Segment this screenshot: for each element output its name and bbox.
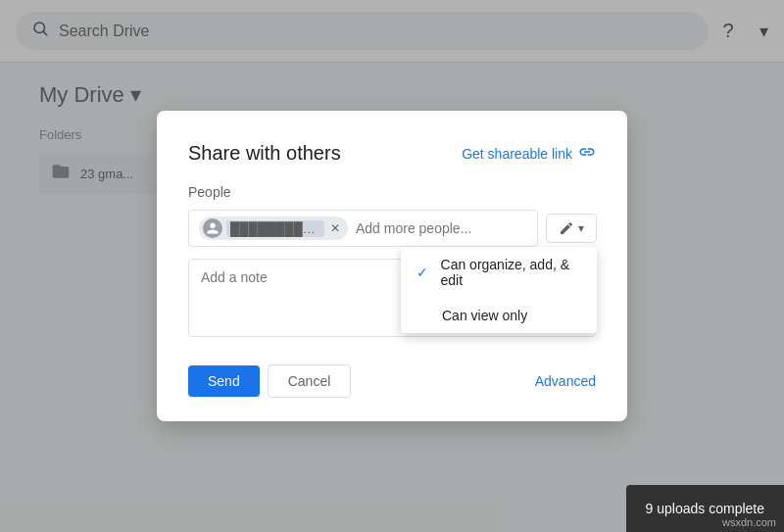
shareable-link-label: Get shareable link (462, 146, 572, 162)
overlay: Share with others Get shareable link Peo… (0, 0, 784, 532)
avatar (203, 218, 222, 238)
edit-permission-container: ▾ ✓ Can organize, add, & edit Can view o… (546, 214, 597, 243)
dropdown-item-organize-label: Can organize, add, & edit (441, 257, 581, 288)
check-icon: ✓ (416, 265, 431, 280)
people-input-wrap: ██████████ ✕ (188, 210, 538, 247)
share-dialog: Share with others Get shareable link Peo… (157, 111, 627, 421)
get-shareable-link-button[interactable]: Get shareable link (462, 143, 596, 165)
edit-icon-chevron: ▾ (578, 221, 584, 235)
chip-close-button[interactable]: ✕ (330, 221, 340, 235)
chip-name: ██████████ (226, 220, 324, 237)
dialog-title: Share with others (188, 142, 341, 165)
watermark: wsxdn.com (722, 516, 776, 528)
people-input-row: ██████████ ✕ ▾ ✓ Can organize, add, & ed… (188, 210, 596, 247)
dropdown-item-view-label: Can view only (442, 308, 527, 323)
upload-toast-message: 9 uploads complete (646, 501, 764, 516)
advanced-button[interactable]: Advanced (535, 373, 596, 389)
people-label: People (188, 184, 596, 200)
cancel-button[interactable]: Cancel (268, 364, 352, 398)
dialog-footer: Send Cancel Advanced (188, 364, 596, 398)
add-people-input[interactable] (356, 220, 527, 236)
link-icon (578, 143, 596, 165)
dropdown-item-organize[interactable]: ✓ Can organize, add, & edit (401, 247, 597, 298)
dropdown-item-view[interactable]: Can view only (401, 298, 597, 333)
edit-permission-button[interactable]: ▾ (546, 214, 597, 243)
send-button[interactable]: Send (188, 365, 260, 397)
dialog-header: Share with others Get shareable link (188, 142, 596, 165)
person-chip: ██████████ ✕ (199, 217, 348, 240)
permission-dropdown: ✓ Can organize, add, & edit Can view onl… (401, 247, 597, 333)
